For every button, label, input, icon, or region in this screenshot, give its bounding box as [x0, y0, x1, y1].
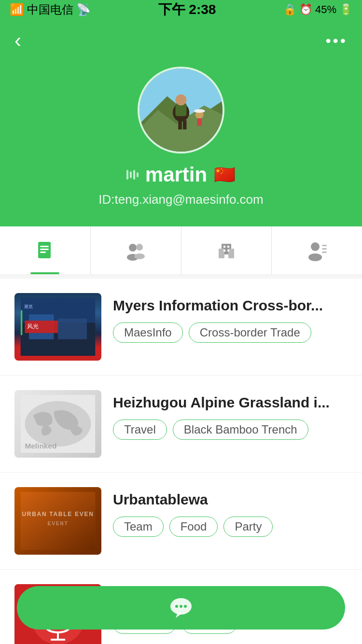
battery-icon: 🔋	[339, 3, 352, 16]
tab-navigation	[0, 226, 362, 275]
svg-text:展览: 展览	[24, 304, 33, 309]
status-left: 📶 中国电信 📡	[10, 2, 91, 17]
svg-text:风光: 风光	[27, 323, 39, 330]
item-title-1: Myers Information Cross-bor...	[113, 296, 348, 315]
svg-rect-22	[223, 246, 225, 248]
tag-food: Food	[169, 517, 218, 537]
svg-rect-6	[178, 120, 182, 129]
svg-rect-14	[40, 252, 46, 253]
svg-rect-31	[322, 252, 327, 253]
item-content-2: Heizhugou Alpine Grassland i... Travel B…	[113, 390, 348, 440]
tag-travel: Travel	[113, 420, 167, 440]
svg-rect-38	[21, 310, 22, 335]
item-title-2: Heizhugou Alpine Grassland i...	[113, 393, 348, 412]
user-name-row: martin 🇨🇳	[126, 163, 236, 186]
tag-maesinfo: MaesInfo	[113, 322, 183, 343]
person-lines-icon	[306, 240, 328, 261]
svg-text:Melinked: Melinked	[25, 442, 56, 450]
document-icon	[34, 240, 56, 261]
svg-point-56	[184, 605, 187, 608]
svg-rect-24	[223, 250, 225, 252]
svg-point-17	[136, 244, 143, 251]
item-content-1: Myers Information Cross-bor... MaesInfo …	[113, 293, 348, 343]
svg-rect-12	[40, 246, 49, 247]
list-item[interactable]: URBAN TABLE EVEN EVENT Urbantablewa Team…	[0, 473, 362, 570]
signal-icon: 📶	[10, 3, 24, 16]
svg-point-18	[134, 253, 145, 259]
user-id-label: ID:teng.xiang@maesinfo.com	[98, 192, 263, 207]
wechat-indicator	[126, 170, 139, 180]
item-title-3: Urbantablewa	[113, 490, 348, 509]
svg-point-5	[176, 95, 187, 106]
svg-point-28	[308, 253, 322, 261]
svg-text:EVENT: EVENT	[48, 521, 69, 526]
list-item[interactable]: Melinked Heizhugou Alpine Grassland i...…	[0, 376, 362, 473]
tag-cross-border: Cross-border Trade	[189, 322, 311, 343]
list-item[interactable]: 风光 展览 Myers Information Cross-bor... Mae…	[0, 279, 362, 376]
chat-button[interactable]	[17, 586, 345, 630]
svg-rect-23	[227, 246, 229, 248]
item-tags-3: Team Food Party	[113, 517, 348, 537]
item-thumbnail-1: 风光 展览	[14, 293, 101, 361]
wifi-icon: 📡	[76, 3, 91, 16]
svg-point-41	[25, 401, 91, 447]
building-icon	[216, 240, 237, 261]
chat-icon	[167, 596, 195, 620]
svg-point-10	[194, 109, 205, 113]
svg-rect-7	[183, 120, 187, 129]
svg-point-54	[175, 605, 178, 608]
tab-posts[interactable]	[0, 226, 91, 274]
lock-icon: 🔒	[283, 3, 296, 16]
svg-point-15	[129, 244, 137, 252]
flag-icon: 🇨🇳	[214, 165, 236, 185]
item-content-3: Urbantablewa Team Food Party	[113, 487, 348, 537]
item-tags-2: Travel Black Bamboo Trench	[113, 420, 348, 440]
back-button[interactable]: ‹	[14, 29, 21, 52]
svg-rect-30	[322, 248, 327, 250]
svg-rect-9	[197, 118, 202, 126]
tab-profile[interactable]	[272, 226, 362, 274]
status-right: 🔒 ⏰ 45% 🔋	[283, 3, 352, 16]
avatar-image	[139, 69, 223, 152]
svg-point-55	[180, 605, 182, 608]
item-thumbnail-3: URBAN TABLE EVEN EVENT	[14, 487, 101, 555]
item-thumbnail-2: Melinked	[14, 390, 101, 458]
svg-rect-26	[224, 254, 228, 258]
svg-rect-29	[322, 245, 327, 246]
svg-rect-25	[227, 250, 229, 252]
svg-text:URBAN TABLE EVEN: URBAN TABLE EVEN	[22, 511, 94, 518]
battery-label: 45%	[315, 3, 336, 16]
tag-party: Party	[223, 517, 273, 537]
svg-rect-35	[58, 319, 87, 339]
more-button[interactable]: •••	[325, 32, 348, 50]
profile-header: martin 🇨🇳 ID:teng.xiang@maesinfo.com	[0, 62, 362, 226]
svg-point-27	[311, 242, 320, 251]
nav-bar: ‹ •••	[0, 19, 362, 62]
tag-team: Team	[113, 517, 164, 537]
username-label: martin	[145, 163, 207, 186]
svg-rect-13	[40, 249, 49, 250]
avatar	[138, 67, 224, 154]
tag-black-bamboo: Black Bamboo Trench	[173, 420, 308, 440]
alarm-icon: ⏰	[299, 3, 312, 16]
time-label: 下午 2:38	[158, 0, 216, 19]
tab-building[interactable]	[181, 226, 272, 274]
people-icon	[125, 240, 146, 261]
status-bar: 📶 中国电信 📡 下午 2:38 🔒 ⏰ 45% 🔋	[0, 0, 362, 19]
item-tags-1: MaesInfo Cross-border Trade	[113, 322, 348, 343]
tab-contacts[interactable]	[91, 226, 181, 274]
carrier-label: 中国电信	[27, 2, 73, 17]
